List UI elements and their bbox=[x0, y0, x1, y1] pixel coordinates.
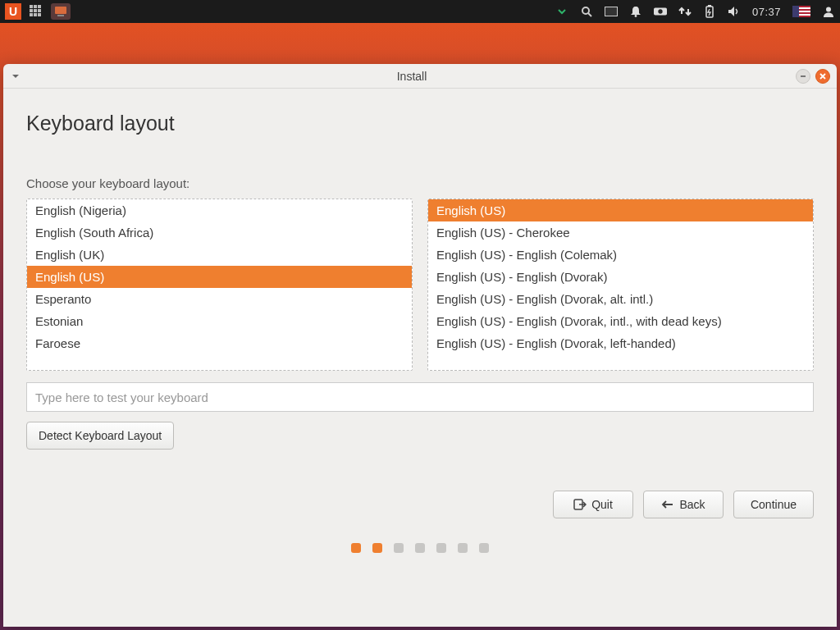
variant-item[interactable]: English (US) - English (Dvorak, alt. int… bbox=[428, 288, 813, 310]
test-keyboard-input[interactable] bbox=[26, 382, 814, 412]
user-icon[interactable] bbox=[822, 5, 835, 18]
distro-logo-icon[interactable]: U bbox=[5, 3, 21, 20]
layout-item[interactable]: Estonian bbox=[27, 310, 412, 332]
prompt-label: Choose your keyboard layout: bbox=[26, 176, 814, 190]
layout-item[interactable]: Esperanto bbox=[27, 288, 412, 310]
back-label: Back bbox=[679, 498, 705, 511]
svg-rect-0 bbox=[55, 7, 66, 14]
variant-item[interactable]: English (US) - English (Dvorak, intl., w… bbox=[428, 310, 813, 332]
variant-item[interactable]: English (US) - English (Dvorak) bbox=[428, 266, 813, 288]
detect-layout-button[interactable]: Detect Keyboard Layout bbox=[26, 422, 174, 450]
top-panel: U 07:37 bbox=[0, 0, 840, 23]
layout-item[interactable]: English (Nigeria) bbox=[27, 199, 412, 221]
camera-icon[interactable] bbox=[654, 5, 667, 18]
variant-item[interactable]: English (US) - Cherokee bbox=[428, 221, 813, 244]
window-menu-icon[interactable] bbox=[11, 71, 21, 81]
minimize-button[interactable] bbox=[796, 69, 810, 84]
layout-item[interactable]: English (South Africa) bbox=[27, 221, 412, 244]
svg-rect-1 bbox=[57, 15, 64, 16]
layout-list[interactable]: English (Nigeria)English (South Africa)E… bbox=[26, 199, 413, 371]
variant-list[interactable]: English (US)English (US) - CherokeeEngli… bbox=[427, 199, 814, 371]
layout-item[interactable]: English (US) bbox=[27, 266, 412, 288]
continue-label: Continue bbox=[751, 498, 797, 511]
svg-rect-10 bbox=[708, 5, 711, 7]
progress-dot bbox=[394, 543, 404, 553]
svg-rect-5 bbox=[605, 7, 617, 16]
svg-point-11 bbox=[826, 7, 831, 12]
progress-dot bbox=[479, 543, 489, 553]
svg-point-6 bbox=[635, 15, 637, 17]
page-heading: Keyboard layout bbox=[26, 112, 814, 135]
installer-window: Install Keyboard layout Choose your keyb… bbox=[3, 64, 837, 627]
variant-item[interactable]: English (US) - English (Colemak) bbox=[428, 244, 813, 266]
clock[interactable]: 07:37 bbox=[752, 6, 781, 18]
layout-item[interactable]: English (UK) bbox=[27, 244, 412, 266]
continue-button[interactable]: Continue bbox=[733, 491, 814, 518]
back-button[interactable]: Back bbox=[643, 491, 724, 518]
progress-dot bbox=[351, 543, 361, 553]
svg-point-8 bbox=[658, 9, 662, 13]
volume-icon[interactable] bbox=[728, 5, 741, 18]
titlebar: Install bbox=[3, 64, 837, 89]
arrow-left-icon bbox=[661, 498, 674, 511]
quit-button[interactable]: Quit bbox=[553, 491, 633, 518]
variant-item[interactable]: English (US) bbox=[428, 199, 813, 221]
quit-icon bbox=[573, 498, 587, 511]
quit-label: Quit bbox=[591, 498, 613, 511]
taskbar-installer-icon[interactable] bbox=[51, 3, 71, 20]
progress-dot bbox=[436, 543, 446, 553]
battery-icon[interactable] bbox=[703, 5, 716, 18]
keyboard-layout-flag-icon[interactable] bbox=[792, 6, 810, 17]
progress-dots bbox=[26, 518, 814, 569]
variant-item[interactable]: English (US) - English (Dvorak, left-han… bbox=[428, 332, 813, 354]
progress-dot bbox=[458, 543, 468, 553]
layout-item[interactable]: Faroese bbox=[27, 332, 412, 354]
workspace-icon[interactable] bbox=[605, 5, 618, 18]
progress-dot bbox=[415, 543, 425, 553]
window-title: Install bbox=[28, 70, 796, 83]
detect-layout-label: Detect Keyboard Layout bbox=[39, 429, 162, 442]
apps-grid-icon[interactable] bbox=[30, 5, 43, 18]
network-updown-icon[interactable] bbox=[678, 5, 692, 18]
search-icon[interactable] bbox=[580, 5, 593, 18]
svg-line-3 bbox=[588, 13, 591, 16]
svg-point-2 bbox=[582, 7, 589, 14]
notifications-icon[interactable] bbox=[629, 5, 642, 18]
progress-dot bbox=[372, 543, 382, 553]
chevron-down-icon[interactable] bbox=[555, 5, 568, 18]
close-button[interactable] bbox=[815, 69, 830, 84]
